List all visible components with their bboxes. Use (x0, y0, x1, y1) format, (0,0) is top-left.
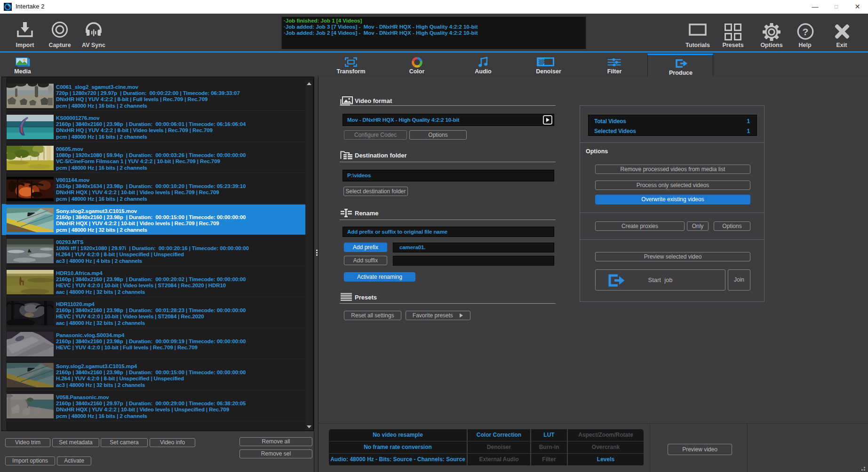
svg-text:?: ? (803, 26, 809, 37)
